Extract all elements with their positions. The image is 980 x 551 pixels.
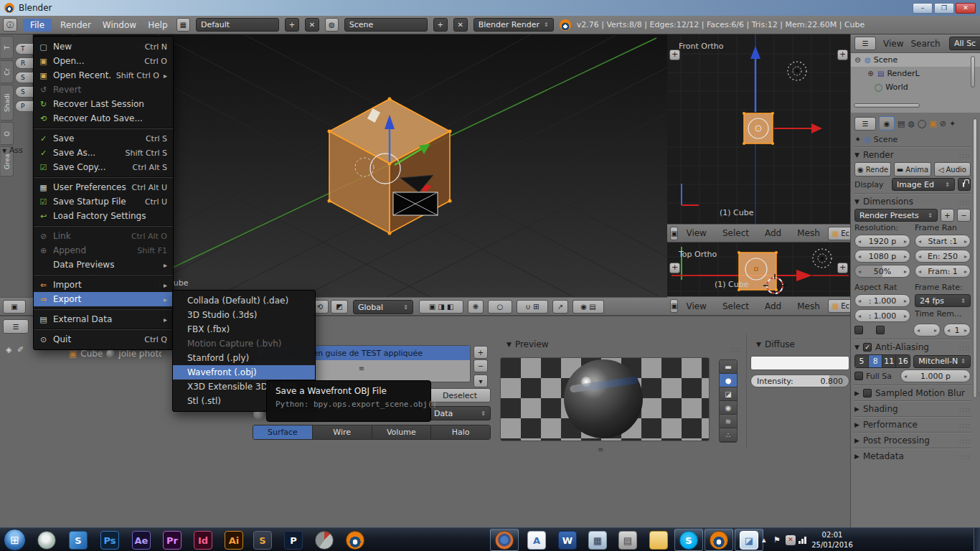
- preview-monkey-button[interactable]: ◉: [720, 401, 737, 415]
- menu-mesh[interactable]: Mesh: [789, 228, 828, 238]
- post-processing-section-header[interactable]: ▶ Post Processing: [854, 435, 971, 446]
- panel-drag-dots[interactable]: [959, 435, 971, 446]
- layout-add-button[interactable]: +: [285, 18, 299, 32]
- antialiasing-checkbox[interactable]: ✓: [863, 343, 872, 352]
- menu-window[interactable]: Window: [100, 19, 139, 32]
- panel-drag-dots[interactable]: [730, 341, 742, 354]
- aa-samples-11[interactable]: 11: [882, 355, 896, 367]
- frame-step-field[interactable]: Fram: 1: [915, 265, 971, 278]
- maximize-button[interactable]: ❐: [934, 3, 954, 14]
- shelf-tab-options[interactable]: O: [1, 122, 14, 145]
- taskbar-icon-after-effects[interactable]: Ae: [132, 531, 151, 550]
- close-button[interactable]: ✕: [956, 3, 976, 14]
- shelf-button-translate[interactable]: T: [15, 43, 33, 55]
- panel-drag-dots[interactable]: [959, 420, 971, 430]
- taskbar-open-blender[interactable]: [705, 529, 733, 551]
- metadata-section-header[interactable]: ▶ Metadata: [854, 451, 971, 461]
- menu-add[interactable]: Add: [757, 301, 789, 311]
- panel-drag-dots[interactable]: [959, 451, 971, 461]
- properties-scrollbar[interactable]: [973, 118, 977, 398]
- occlude-toggle-icon[interactable]: ❋: [468, 300, 484, 314]
- editor-type-3dview-button[interactable]: ▣: [670, 227, 678, 240]
- preset-remove-button[interactable]: −: [957, 209, 971, 222]
- taskbar-icon-explorer[interactable]: [649, 531, 668, 550]
- taskbar-clock[interactable]: 02:01 25/01/2016: [809, 530, 855, 550]
- diffuse-color-swatch[interactable]: [750, 356, 849, 370]
- scene-icon[interactable]: ◍: [325, 18, 339, 32]
- material-breadcrumb[interactable]: ▣ Cube jolie photo en guise de TEST appl…: [69, 349, 161, 359]
- snap-target-icon[interactable]: ↗: [552, 300, 568, 314]
- menu-file[interactable]: File: [23, 19, 52, 32]
- tray-network-icon[interactable]: [798, 535, 806, 544]
- outliner-item-scene[interactable]: ⊖ ◍ Scene: [851, 53, 980, 67]
- menu-view[interactable]: View: [883, 39, 903, 49]
- shading-section-header[interactable]: ▶ Shading: [854, 404, 971, 414]
- sampled-motion-blur-header[interactable]: ▶ Sampled Motion Blur: [854, 388, 971, 398]
- start-button[interactable]: ⊞: [4, 529, 26, 551]
- outliner-hscrollbar[interactable]: [854, 103, 920, 108]
- panel-drag-dots[interactable]: [959, 404, 971, 414]
- render-opengl-icons[interactable]: ◉ ▤: [573, 300, 604, 314]
- menu-item-save-as[interactable]: ✓Save As...Shift Ctrl S: [34, 146, 173, 160]
- render-button[interactable]: ◉ Rende: [854, 162, 891, 176]
- region-expand-button[interactable]: [669, 50, 680, 60]
- export-item-ply[interactable]: Stanford (.ply): [173, 351, 315, 365]
- filter-size-field[interactable]: 1.000 p: [900, 369, 971, 382]
- fps-dropdown[interactable]: 24 fps: [915, 294, 971, 307]
- export-item-fbx[interactable]: FBX (.fbx): [173, 322, 315, 336]
- render-section-header[interactable]: ▼ Render: [854, 150, 971, 160]
- taskbar-icon-illustrator[interactable]: Ai: [225, 531, 243, 550]
- type-surface-button[interactable]: Surface: [253, 425, 313, 439]
- slot-remove-button[interactable]: −: [473, 359, 488, 372]
- viewport-top-ortho[interactable]: Top Ortho (1) Cube: [667, 242, 850, 296]
- tab-world-icon[interactable]: ◯: [918, 119, 926, 128]
- menu-item-external-data[interactable]: ▤External Data▸: [34, 312, 173, 326]
- taskbar-icon-word[interactable]: W: [558, 531, 577, 550]
- slot-add-button[interactable]: +: [473, 346, 488, 359]
- taskbar-icon-wordpad[interactable]: A: [527, 531, 546, 550]
- menu-item-import[interactable]: ⇐Import▸: [34, 278, 173, 292]
- outliner-item-world[interactable]: ◯ World: [851, 80, 980, 94]
- menu-item-revert[interactable]: ↺Revert: [34, 83, 173, 97]
- menu-item-user-preferences[interactable]: ▦User Preferences...Ctrl Alt U: [34, 180, 173, 194]
- export-item-bvh[interactable]: Motion Capture (.bvh): [173, 336, 315, 351]
- layout-selector[interactable]: Default: [196, 18, 279, 32]
- window-titlebar[interactable]: Blender – ❐ ✕: [0, 0, 980, 16]
- menu-add[interactable]: Add: [757, 228, 789, 238]
- aa-samples-8[interactable]: 8: [869, 355, 882, 367]
- taskbar-icon-fax[interactable]: ▤: [618, 531, 637, 550]
- shelf-button-shrink[interactable]: S: [15, 86, 33, 98]
- preview-resize-grip[interactable]: [598, 441, 603, 455]
- menu-item-save[interactable]: ✓SaveCtrl S: [34, 131, 173, 146]
- menu-item-new[interactable]: ▢NewCtrl N: [34, 39, 173, 54]
- resolution-x-field[interactable]: 1920 p: [854, 235, 910, 248]
- type-wire-button[interactable]: Wire: [313, 425, 372, 439]
- preview-panel-header[interactable]: ▼ Preview: [507, 339, 549, 349]
- preview-cube-button[interactable]: ◪: [720, 387, 737, 401]
- minimize-button[interactable]: –: [913, 3, 933, 14]
- region-expand-button[interactable]: [669, 263, 680, 273]
- taskbar-open-skype[interactable]: S: [674, 529, 703, 551]
- orientation-selector[interactable]: Global: [353, 300, 413, 314]
- tab-constraints-icon[interactable]: ⊘: [940, 119, 946, 128]
- editor-type-3dview-button[interactable]: ▣: [3, 300, 26, 314]
- resolution-percent-slider[interactable]: 50%: [854, 265, 910, 278]
- menu-item-recover-last-session[interactable]: ↻Recover Last Session: [34, 97, 173, 111]
- outliner-item-renderlayers[interactable]: ⊕ ▤ RenderL: [851, 67, 980, 80]
- render-engine-selector[interactable]: Blender Render: [473, 18, 554, 32]
- taskbar-open-photo-viewer[interactable]: ◪: [735, 529, 763, 551]
- menu-item-append[interactable]: ⊕AppendShift F1: [34, 243, 173, 258]
- layout-icon[interactable]: ▦: [176, 18, 190, 32]
- panel-drag-dots[interactable]: [959, 197, 971, 207]
- animation-button[interactable]: ▬ Anima: [894, 162, 930, 176]
- tab-object-icon[interactable]: ▣: [929, 119, 936, 128]
- taskbar-icon-reaper[interactable]: [37, 531, 56, 550]
- preview-flat-button[interactable]: ▬: [720, 360, 737, 374]
- taskbar-icon-photoshop[interactable]: Ps: [100, 531, 119, 550]
- aa-filter-dropdown[interactable]: Mitchell-N: [913, 355, 971, 368]
- aa-samples-5[interactable]: 5: [855, 355, 869, 367]
- menu-item-quit[interactable]: ⊙QuitCtrl Q: [34, 332, 173, 347]
- taskbar-icon-calculator[interactable]: ▦: [588, 531, 607, 550]
- taskbar-icon-p-app[interactable]: P: [284, 531, 303, 550]
- render-presets-dropdown[interactable]: Render Presets: [854, 209, 938, 222]
